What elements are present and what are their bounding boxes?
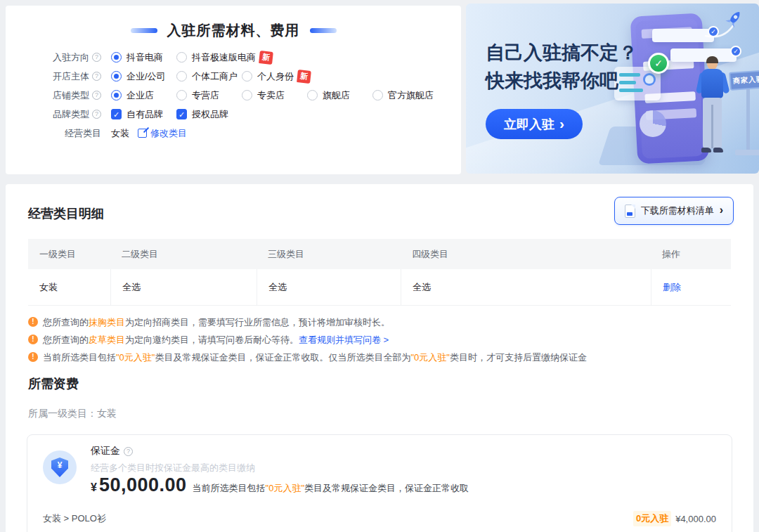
option-radio[interactable]: 专营店 (176, 89, 242, 102)
page: 入驻所需材料、费用 入驻方向?抖音电商抖音极速版电商新开店主体?企业/公司个体工… (0, 0, 759, 532)
notice-text: 类目时，才可支持后置缴纳保证金 (450, 352, 587, 363)
option-radio[interactable]: 企业店 (111, 89, 176, 102)
new-badge: 新 (259, 51, 273, 65)
document-icon (625, 205, 635, 218)
deposit-amount-row: ¥ 50,000.00 当前所选类目包括"0元入驻"类目及常规保证金类目，保证金… (91, 474, 469, 496)
delete-link[interactable]: 删除 (663, 281, 681, 294)
promo-banner[interactable]: 自己入驻搞不定？ 快来找我帮你吧 立即入驻 › ✓ ✓ ✓ (466, 4, 759, 174)
notice-body: 您所查询的抹胸类目为定向招商类目，需要填写行业所需信息，预计将增加审核时长。 (43, 313, 390, 331)
option-label: 旗舰店 (323, 89, 350, 102)
notice-text: 类目及常规保证金类目，保证金正常收取。仅当所选类目全部为 (155, 352, 410, 363)
deposit-label-row: 保证金 ? (91, 445, 133, 458)
warning-icon: ! (28, 335, 38, 344)
table-cell: 全选 (401, 269, 651, 305)
radio-icon (111, 71, 122, 82)
edit-icon[interactable] (138, 129, 147, 138)
option-label: 专营店 (192, 89, 219, 102)
table-header-row: 一级类目二级类目三级类目四级类目操作 (28, 239, 731, 269)
notice-text: 为定向招商类目，需要填写行业所需信息，预计将增加审核时长。 (125, 317, 390, 327)
field-options: 抖音电商抖音极速版电商新 (111, 51, 273, 64)
notice-text: 类目及常规保证金类目，保证金正常收取 (304, 483, 469, 493)
form-row: 店铺类型?企业店专营店专卖店旗舰店官方旗舰店 (34, 86, 453, 105)
option-radio[interactable]: 旗舰店 (307, 89, 372, 102)
deposit-item-row: 女装 > POLO衫 0元入驻 ¥4,000.00 (43, 511, 716, 526)
banner-line1: 自己入驻搞不定？ (486, 39, 637, 67)
notice-item: !当前所选类目包括"0元入驻"类目及常规保证金类目，保证金正常收取。仅当所选类目… (28, 349, 731, 366)
field-label: 品牌类型? (34, 108, 101, 121)
entry-form-card: 入驻所需材料、费用 入驻方向?抖音电商抖音极速版电商新开店主体?企业/公司个体工… (6, 6, 461, 174)
option-label: 专卖店 (257, 89, 285, 102)
banner-line2: 快来找我帮你吧 (486, 67, 637, 95)
option-label: 企业店 (126, 89, 154, 102)
modify-category-link[interactable]: 修改类目 (150, 127, 187, 140)
form-row: 入驻方向?抖音电商抖音极速版电商新 (34, 48, 453, 67)
notice-text: 为定向邀约类目，请填写问卷后耐心等待。 (125, 335, 299, 345)
person-head (707, 58, 718, 70)
pie-chart-shape (640, 110, 666, 137)
table-row: 女装全选全选全选删除 (28, 269, 731, 306)
person-shoe (701, 148, 711, 153)
help-icon[interactable]: ? (124, 447, 133, 456)
notice-text: 当前所选类目包括 (193, 483, 266, 493)
checkbox-icon: ✓ (111, 109, 122, 119)
field-label-text: 入驻方向 (53, 51, 89, 64)
radio-icon (176, 71, 187, 82)
notice-text: "0元入驻" (266, 483, 304, 493)
option-radio[interactable]: 企业/公司 (111, 70, 176, 83)
form-card-title-row: 入驻所需材料、费用 (6, 21, 461, 40)
fees-title: 所需资费 (28, 375, 79, 392)
download-materials-button[interactable]: 下载所需材料清单 › (614, 197, 734, 225)
notice-item: !您所查询的抹胸类目为定向招商类目，需要填写行业所需信息，预计将增加审核时长。 (28, 313, 731, 331)
option-radio[interactable]: 专卖店 (242, 89, 307, 102)
merchant-signpost: 商家入驻 (729, 71, 759, 89)
warning-icon: ! (28, 317, 38, 327)
field-label-text: 经营类目 (65, 127, 101, 140)
option-label: 自有品牌 (126, 108, 163, 121)
radio-icon (111, 90, 122, 100)
help-icon[interactable]: ? (92, 110, 101, 119)
option-radio[interactable]: 官方旗舰店 (372, 89, 438, 102)
person-legs (703, 98, 722, 148)
option-label: 企业/公司 (126, 70, 166, 83)
option-label: 授权品牌 (192, 108, 228, 121)
title-decoration-right (310, 28, 337, 33)
person-shoe (713, 148, 723, 153)
help-icon[interactable]: ? (92, 53, 101, 62)
sign-leg (746, 89, 750, 153)
notice-text: 当前所选类目包括 (43, 352, 116, 363)
category-table: 一级类目二级类目三级类目四级类目操作女装全选全选全选删除 (28, 239, 731, 306)
option-radio[interactable]: 个人身份新 (242, 70, 311, 83)
notice-text: 您所查询的 (43, 317, 89, 327)
option-radio[interactable]: 抖音极速版电商新 (176, 51, 273, 64)
avatar (643, 73, 656, 86)
category-value: 女装 (111, 127, 129, 140)
option-checkbox[interactable]: ✓自有品牌 (111, 108, 176, 121)
option-radio[interactable]: 个体工商户 (176, 70, 242, 83)
join-now-button[interactable]: 立即入驻 › (486, 109, 583, 139)
chevron-right-icon: › (720, 204, 723, 216)
form-row: 开店主体?企业/公司个体工商户个人身份新 (34, 67, 453, 86)
form-row: 品牌类型?✓自有品牌✓授权品牌 (34, 105, 453, 124)
check-icon: ✓ (730, 46, 741, 57)
rocket-icon (703, 8, 748, 39)
field-label-text: 店铺类型 (53, 89, 89, 102)
table-header-cell: 一级类目 (28, 248, 110, 261)
radio-icon (176, 90, 187, 100)
option-radio[interactable]: 抖音电商 (111, 51, 176, 64)
help-icon[interactable]: ? (92, 91, 101, 100)
option-label: 抖音电商 (126, 51, 163, 64)
currency-glyph: ¥ (43, 460, 77, 470)
deposit-item-price-group: 0元入驻 ¥4,000.00 (633, 511, 716, 526)
deposit-label: 保证金 (91, 445, 120, 458)
option-checkbox[interactable]: ✓授权品牌 (176, 108, 242, 121)
notice-link[interactable]: 查看规则并填写问卷 > (299, 335, 389, 345)
field-label: 店铺类型? (34, 89, 101, 102)
green-check-icon: ✓ (648, 53, 669, 74)
notice-list: !您所查询的抹胸类目为定向招商类目，需要填写行业所需信息，预计将增加审核时长。!… (28, 313, 731, 366)
field-label-text: 开店主体 (53, 70, 89, 83)
notice-text: 抹胸类目 (89, 317, 125, 327)
help-icon[interactable]: ? (92, 72, 101, 81)
form-row: 经营类目女装修改类目 (34, 124, 453, 143)
title-decoration-left (131, 28, 157, 33)
notice-text: 您所查询的 (43, 335, 89, 345)
